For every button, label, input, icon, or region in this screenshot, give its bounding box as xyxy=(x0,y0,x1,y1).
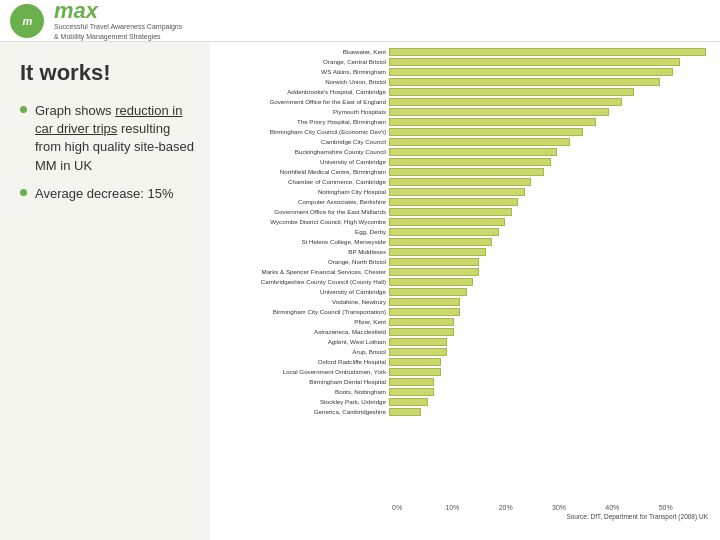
bar-row: Chamber of Commerce, Cambridge xyxy=(214,178,712,186)
bar-track-wrapper xyxy=(389,108,712,116)
bar-track-wrapper xyxy=(389,238,712,246)
bar-fill xyxy=(389,248,486,256)
logo-brand: max xyxy=(54,0,182,22)
bar-track-wrapper xyxy=(389,58,712,66)
bar-row: Astrazeneca, Macclesfield xyxy=(214,328,712,336)
bar-fill xyxy=(389,158,551,166)
logo-text: max Successful Travel Awareness Campaign… xyxy=(54,0,182,40)
bar-track-wrapper xyxy=(389,188,712,196)
bar-track-wrapper xyxy=(389,148,712,156)
bar-label: Plymouth Hospitals xyxy=(214,109,389,116)
bar-label: Orange, North Bristol xyxy=(214,259,389,266)
bar-row: Stockley Park, Uxbridge xyxy=(214,398,712,406)
bar-label: The Priory Hospital, Birmingham xyxy=(214,119,389,126)
bar-fill xyxy=(389,78,660,86)
bar-fill xyxy=(389,408,421,416)
bar-row: Pfizer, Kent xyxy=(214,318,712,326)
x-axis-tick: 50% xyxy=(659,504,712,511)
bar-fill xyxy=(389,48,706,56)
bar-track xyxy=(389,108,712,116)
bar-track-wrapper xyxy=(389,268,712,276)
bar-fill xyxy=(389,228,499,236)
bar-track-wrapper xyxy=(389,318,712,326)
bar-track xyxy=(389,168,712,176)
bar-track xyxy=(389,388,712,396)
bar-track-wrapper xyxy=(389,178,712,186)
bar-track xyxy=(389,98,712,106)
bar-label: Vodafone, Newbury xyxy=(214,299,389,306)
bar-track xyxy=(389,408,712,416)
bar-track xyxy=(389,258,712,266)
bar-label: WS Atkins, Birmingham xyxy=(214,69,389,76)
main-content: It works! Graph shows reduction in car d… xyxy=(0,42,720,540)
bar-label: Stockley Park, Uxbridge xyxy=(214,399,389,406)
bar-row: Local Government Ombudsmen, York xyxy=(214,368,712,376)
bar-label: BP Middlesex xyxy=(214,249,389,256)
bar-track xyxy=(389,148,712,156)
bar-track-wrapper xyxy=(389,358,712,366)
bar-label: Birmingham City Council (Transportation) xyxy=(214,309,389,316)
bar-label: University of Cambridge xyxy=(214,289,389,296)
bar-track xyxy=(389,68,712,76)
bar-row: University of Cambridge xyxy=(214,158,712,166)
x-axis-tick: 10% xyxy=(445,504,498,511)
bar-row: Boots, Nottingham xyxy=(214,388,712,396)
bar-fill xyxy=(389,148,557,156)
bar-fill xyxy=(389,338,447,346)
bar-row: University of Cambridge xyxy=(214,288,712,296)
bar-label: Computer Associates, Berkshire xyxy=(214,199,389,206)
bar-row: Norwich Union, Bristol xyxy=(214,78,712,86)
bar-label: Birmingham City Council (Economic Dev't) xyxy=(214,129,389,136)
bar-track-wrapper xyxy=(389,228,712,236)
bar-row: Addenbrooke's Hospital, Cambridge xyxy=(214,88,712,96)
page-title: It works! xyxy=(20,60,194,86)
bar-row: Marks & Spencer Financial Services, Ches… xyxy=(214,268,712,276)
bar-track-wrapper xyxy=(389,278,712,286)
bar-label: Norwich Union, Bristol xyxy=(214,79,389,86)
bar-label: Generica, Cambridgeshire xyxy=(214,409,389,416)
bar-fill xyxy=(389,218,505,226)
bullet-dot-1 xyxy=(20,106,27,113)
bar-track-wrapper xyxy=(389,368,712,376)
bar-row: Agilent, West Lothian xyxy=(214,338,712,346)
bar-row: Generica, Cambridgeshire xyxy=(214,408,712,416)
bar-row: Birmingham City Council (Transportation) xyxy=(214,308,712,316)
bar-track-wrapper xyxy=(389,78,712,86)
bar-fill xyxy=(389,348,447,356)
bar-fill xyxy=(389,238,492,246)
bar-row: Birmingham Dental Hospital xyxy=(214,378,712,386)
bar-row: BP Middlesex xyxy=(214,248,712,256)
bar-fill xyxy=(389,58,680,66)
bar-track-wrapper xyxy=(389,208,712,216)
bar-row: Government Office for the East of Englan… xyxy=(214,98,712,106)
bar-label: Cambridge City Council xyxy=(214,139,389,146)
bar-label: Government Office for the East of Englan… xyxy=(214,99,389,106)
bar-track xyxy=(389,268,712,276)
bullet-text-2: Average decrease: 15% xyxy=(35,185,174,203)
bar-label: Arup, Bristol xyxy=(214,349,389,356)
bar-track-wrapper xyxy=(389,408,712,416)
bar-track xyxy=(389,328,712,336)
bar-track-wrapper xyxy=(389,338,712,346)
bullet-dot-2 xyxy=(20,189,27,196)
bar-track xyxy=(389,318,712,326)
bar-track xyxy=(389,378,712,386)
source-text: Source: DfT, Department for Transport (2… xyxy=(214,513,712,520)
bar-label: Pfizer, Kent xyxy=(214,319,389,326)
bar-track-wrapper xyxy=(389,88,712,96)
bar-row: Orange, Central Bristol xyxy=(214,58,712,66)
bar-track-wrapper xyxy=(389,138,712,146)
chart-panel: Bluewater, KentOrange, Central BristolWS… xyxy=(210,42,720,540)
bar-label: Oxford Radcliffe Hospital xyxy=(214,359,389,366)
bullet-text-1: Graph shows reduction in car driver trip… xyxy=(35,102,194,175)
bar-fill xyxy=(389,398,428,406)
bar-row: Arup, Bristol xyxy=(214,348,712,356)
bar-row: Buckinghamshire County Council xyxy=(214,148,712,156)
bar-fill xyxy=(389,178,531,186)
bar-track-wrapper xyxy=(389,248,712,256)
bar-track xyxy=(389,348,712,356)
bar-fill xyxy=(389,98,622,106)
bar-row: WS Atkins, Birmingham xyxy=(214,68,712,76)
bar-track xyxy=(389,298,712,306)
bar-track xyxy=(389,128,712,136)
